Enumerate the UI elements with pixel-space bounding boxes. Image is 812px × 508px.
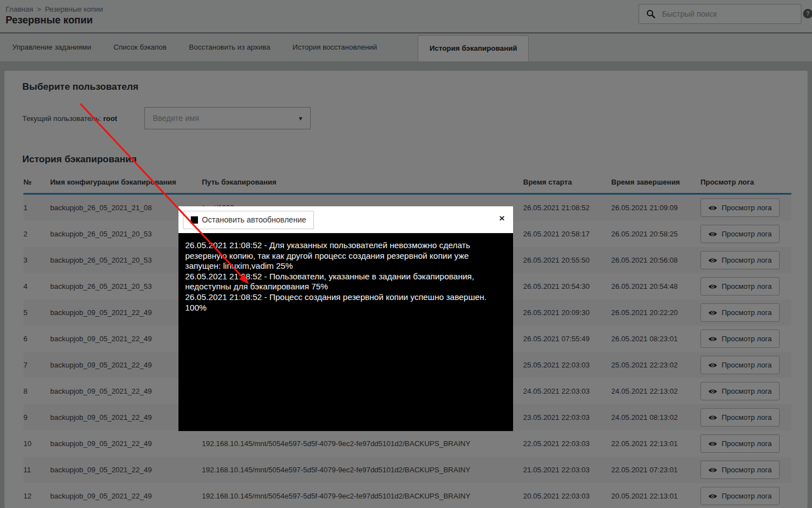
log-entry: 26.05.2021 21:08:52 - Пользователи, указ… [185,272,506,292]
log-entry: 26.05.2021 21:08:52 - Процесс создания р… [185,292,506,313]
backup-page: Главная>Резервные копии Резервные копии … [0,0,812,508]
log-modal-toolbar: Остановить автообновление × [178,206,513,233]
close-icon[interactable]: × [497,214,507,224]
log-entry: 26.05.2021 21:08:52 - Для указанных поль… [185,240,506,272]
log-viewer-modal: Остановить автообновление × 26.05.2021 2… [178,206,513,431]
stop-autorefresh-button[interactable]: Остановить автообновление [183,211,314,229]
stop-icon [191,216,198,224]
log-output: 26.05.2021 21:08:52 - Для указанных поль… [178,233,513,431]
